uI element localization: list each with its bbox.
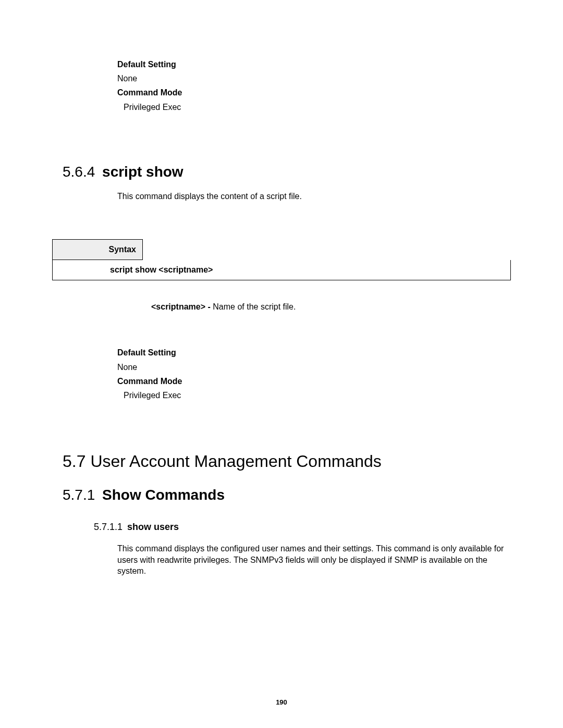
parameter-description: <scriptname> - Name of the script file.	[151, 302, 511, 312]
command-mode-value: Privileged Exec	[124, 100, 511, 114]
section-title: User Account Management Commands	[90, 452, 381, 471]
section-heading-5-7: 5.7 User Account Management Commands	[63, 452, 511, 471]
page-number: 190	[0, 698, 563, 706]
default-setting-label: Default Setting	[117, 57, 511, 71]
param-name: <scriptname> -	[151, 302, 211, 311]
section-description: This command displays the content of a s…	[117, 191, 511, 202]
section-number: 5.7.1	[63, 487, 95, 503]
command-mode-label-2: Command Mode	[117, 374, 511, 388]
section-heading-5-6-4: 5.6.4 script show	[63, 164, 511, 180]
syntax-box: Syntax script show <scriptname>	[52, 239, 511, 280]
section-number: 5.7	[63, 452, 85, 471]
section-description-5711: This command displays the configured use…	[117, 543, 511, 577]
default-setting-label-2: Default Setting	[117, 346, 511, 360]
command-mode-value-2: Privileged Exec	[124, 388, 511, 402]
section-number: 5.7.1.1	[94, 522, 123, 532]
command-props-block-2: Default Setting None Command Mode Privil…	[117, 346, 511, 402]
syntax-command: script show <scriptname>	[52, 260, 511, 280]
section-heading-5-7-1: 5.7.1 Show Commands	[63, 487, 511, 503]
param-text: Name of the script file.	[211, 302, 296, 311]
section-title: show users	[127, 522, 179, 532]
syntax-header: Syntax	[52, 239, 143, 260]
default-setting-value-2: None	[117, 360, 511, 374]
default-setting-value: None	[117, 71, 511, 85]
section-heading-5-7-1-1: 5.7.1.1 show users	[94, 522, 511, 533]
section-title: script show	[102, 164, 183, 180]
command-props-block-1: Default Setting None Command Mode Privil…	[117, 57, 511, 114]
section-title: Show Commands	[102, 487, 225, 503]
section-number: 5.6.4	[63, 164, 95, 180]
command-mode-label: Command Mode	[117, 85, 511, 100]
document-page: Default Setting None Command Mode Privil…	[0, 0, 563, 728]
